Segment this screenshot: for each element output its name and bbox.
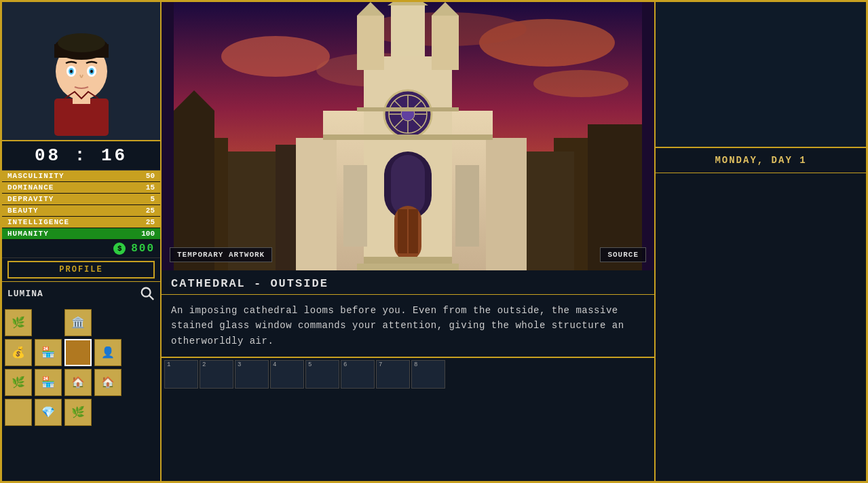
svg-rect-27 (527, 151, 574, 270)
svg-line-14 (149, 296, 153, 300)
map-tile[interactable]: 🏛️ (64, 309, 92, 336)
stat-label: DOMINANCE (7, 183, 54, 192)
svg-rect-29 (296, 138, 337, 270)
svg-rect-22 (174, 111, 214, 270)
slot-number: 3 (238, 361, 241, 368)
map-tile[interactable]: 🏠 (64, 369, 92, 396)
map-tile[interactable] (94, 309, 121, 336)
map-tile[interactable] (64, 339, 92, 366)
right-panel: MONDAY, DAY 1 (656, 2, 866, 481)
svg-point-12 (90, 69, 93, 73)
inventory-slot[interactable]: 6 (341, 360, 375, 389)
money-value: 800 (131, 243, 155, 255)
day-display: MONDAY, DAY 1 (656, 148, 866, 173)
stat-label: HUMANITY (7, 230, 49, 238)
time-display: 08 : 16 (2, 141, 160, 171)
left-panel: 08 : 16 MASCULINITY50DOMINANCE15DEPRAVIT… (2, 2, 162, 481)
center-panel: TEMPORARY ARTWORK SOURCE CATHEDRAL - OUT… (162, 2, 656, 481)
cathedral-scene (162, 2, 654, 270)
inventory-bar: 12345678 (162, 357, 654, 391)
svg-rect-54 (364, 257, 452, 264)
stat-label: MASCULINITY (7, 172, 64, 180)
map-tile[interactable] (124, 339, 151, 366)
inventory-slot[interactable]: 5 (305, 360, 339, 389)
map-tile[interactable] (124, 369, 151, 396)
svg-rect-32 (357, 16, 384, 70)
map-tile[interactable] (94, 399, 121, 426)
location-row: LUMINA (2, 281, 160, 305)
stats-area: MASCULINITY50DOMINANCE15DEPRAVITY5BEAUTY… (2, 171, 160, 240)
right-image-area (656, 2, 866, 148)
slot-number: 5 (308, 361, 312, 368)
stat-row: BEAUTY25 (2, 205, 160, 217)
stat-value: 25 (134, 218, 155, 226)
stat-row: MASCULINITY50 (2, 171, 160, 182)
svg-rect-51 (455, 165, 479, 247)
svg-rect-53 (357, 107, 459, 111)
svg-point-20 (533, 70, 628, 97)
stat-row: HUMANITY100 (2, 228, 160, 240)
right-content (656, 173, 866, 481)
map-tile[interactable]: 💎 (35, 399, 62, 426)
temp-artwork-label: TEMPORARY ARTWORK (170, 247, 272, 262)
svg-rect-56 (656, 2, 865, 147)
svg-point-6 (58, 33, 105, 52)
svg-rect-36 (391, 5, 425, 56)
source-label[interactable]: SOURCE (600, 247, 646, 262)
svg-point-16 (221, 36, 330, 77)
inventory-slot[interactable]: 7 (376, 360, 410, 389)
svg-point-9 (70, 69, 73, 73)
location-name: LUMINA (7, 289, 43, 299)
money-icon: $ (113, 243, 126, 255)
slot-number: 1 (167, 361, 170, 368)
slot-number: 2 (202, 361, 206, 368)
slot-number: 4 (273, 361, 276, 368)
profile-button[interactable]: PROFILE (7, 261, 155, 279)
map-tile[interactable]: 👤 (94, 339, 121, 366)
stat-row: DOMINANCE15 (2, 182, 160, 194)
money-row: $ 800 (2, 240, 160, 258)
inventory-slot[interactable]: 3 (235, 360, 269, 389)
svg-rect-49 (409, 209, 418, 253)
inventory-slot[interactable]: 8 (411, 360, 445, 389)
scene-image: TEMPORARY ARTWORK SOURCE (162, 2, 654, 270)
svg-rect-1 (54, 99, 109, 136)
stat-value: 50 (134, 172, 155, 180)
avatar (27, 7, 136, 136)
inventory-slot[interactable]: 2 (200, 360, 233, 389)
stat-row: DEPRAVITY5 (2, 194, 160, 205)
slot-number: 7 (379, 361, 382, 368)
map-tile[interactable]: 🌿 (64, 399, 92, 426)
stat-row: INTELLIGENCE25 (2, 217, 160, 228)
map-tile[interactable]: 💰 (5, 339, 32, 366)
search-icon[interactable] (140, 286, 155, 301)
stat-label: INTELLIGENCE (7, 218, 69, 226)
stat-value: 100 (134, 230, 155, 238)
map-tile[interactable] (124, 399, 151, 426)
svg-rect-30 (486, 138, 527, 270)
slot-number: 8 (414, 361, 417, 368)
inventory-slot[interactable]: 1 (164, 360, 198, 389)
svg-rect-48 (398, 209, 407, 253)
map-tile[interactable]: 🌿 (5, 309, 32, 336)
map-tile[interactable] (35, 309, 62, 336)
map-tile[interactable] (124, 309, 151, 336)
avatar-area (2, 2, 160, 141)
stat-label: BEAUTY (7, 207, 39, 215)
stat-value: 15 (134, 183, 155, 192)
map-tile[interactable]: 🏪 (35, 369, 62, 396)
svg-rect-55 (357, 264, 459, 270)
map-tile[interactable] (5, 399, 32, 426)
svg-rect-50 (343, 165, 367, 247)
map-tile[interactable]: 🏠 (94, 369, 121, 396)
svg-marker-37 (388, 2, 428, 5)
svg-rect-52 (323, 135, 493, 140)
main-layout: 08 : 16 MASCULINITY50DOMINANCE15DEPRAVIT… (2, 2, 866, 481)
location-title: CATHEDRAL - OUTSIDE (162, 270, 654, 295)
inventory-slot[interactable]: 4 (270, 360, 304, 389)
svg-point-13 (142, 288, 151, 297)
location-description: An imposing cathedral looms before you. … (162, 295, 654, 357)
map-tile[interactable]: 🌿 (5, 369, 32, 396)
stat-value: 5 (134, 195, 155, 203)
map-tile[interactable]: 🏪 (35, 339, 62, 366)
